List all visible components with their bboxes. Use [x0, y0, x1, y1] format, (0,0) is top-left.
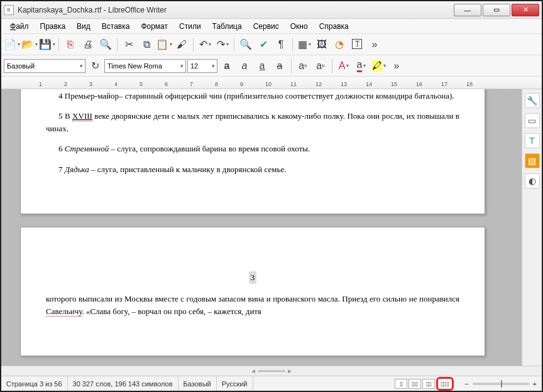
- new-button[interactable]: 📄: [4, 36, 20, 53]
- sidebar-page-icon[interactable]: ▭: [525, 113, 540, 128]
- menubar: Файл Правка Вид Вставка Формат Стили Таб…: [1, 19, 542, 34]
- sidebar-styles-icon[interactable]: T: [525, 133, 540, 148]
- status-wordcount[interactable]: 30 327 слов, 196 143 символов: [68, 376, 178, 391]
- superscript-button[interactable]: ab: [295, 58, 311, 74]
- print-preview-button[interactable]: 🔍: [97, 36, 114, 53]
- menu-insert[interactable]: Вставка: [97, 21, 135, 32]
- cut-button[interactable]: ✂: [121, 36, 137, 53]
- clear-format-button[interactable]: A: [336, 58, 352, 74]
- print-button[interactable]: 🖨: [80, 36, 96, 53]
- spellcheck-button[interactable]: ✔: [255, 36, 272, 53]
- zoom-out-button[interactable]: −: [464, 380, 468, 388]
- statusbar: Страница 3 из 56 30 327 слов, 196 143 си…: [1, 376, 542, 391]
- font-size-combo[interactable]: 12: [187, 59, 217, 73]
- subscript-button[interactable]: ab: [312, 58, 329, 74]
- clone-format-button[interactable]: 🖌: [173, 36, 190, 53]
- view-book-button[interactable]: ◫: [422, 379, 435, 389]
- status-page[interactable]: Страница 3 из 56: [1, 376, 68, 391]
- maximize-button[interactable]: ▭: [483, 4, 510, 16]
- page-content-next[interactable]: 3 которого выписали из Москвы вместе с г…: [20, 227, 485, 356]
- sidebar-properties-icon[interactable]: 🔧: [525, 93, 540, 108]
- page-scroll[interactable]: 4 Премьер-майор– старинный офицерский чи…: [1, 89, 522, 366]
- sidebar: 🔧 ▭ T ▧ ◐: [522, 89, 542, 366]
- view-single-button[interactable]: ▯: [395, 379, 407, 389]
- menu-help[interactable]: Справка: [314, 21, 354, 32]
- view-multi-button[interactable]: ▯▯: [409, 379, 421, 389]
- open-button[interactable]: 📂: [21, 36, 38, 53]
- table-button[interactable]: ▦: [296, 36, 312, 53]
- redo-button[interactable]: ↷: [214, 36, 231, 53]
- sidebar-navigator-icon[interactable]: ◐: [525, 173, 540, 188]
- status-language[interactable]: Русский: [217, 376, 253, 391]
- highlight-button[interactable]: 🖍: [371, 58, 387, 74]
- app-icon: ≡: [4, 5, 14, 15]
- export-pdf-button[interactable]: ⎘: [62, 36, 79, 53]
- undo-button[interactable]: ↶: [197, 36, 213, 53]
- image-button[interactable]: 🖼: [314, 36, 330, 53]
- menu-tools[interactable]: Сервис: [248, 21, 284, 32]
- menu-view[interactable]: Вид: [72, 21, 96, 32]
- menu-edit[interactable]: Правка: [35, 21, 71, 32]
- status-style[interactable]: Базовый: [178, 376, 217, 391]
- close-button[interactable]: ✕: [512, 4, 539, 16]
- more-format-button[interactable]: »: [388, 58, 405, 74]
- find-button[interactable]: 🔍: [238, 36, 254, 53]
- formatting-toolbar: Базовый ↻ Times New Roma 12 a a a a ab a…: [1, 55, 542, 77]
- footnote-4: 4 Премьер-майор– старинный офицерский чи…: [58, 91, 454, 101]
- paste-button[interactable]: 📋: [156, 36, 172, 53]
- horizontal-scrollbar[interactable]: ◄ ══════ ►: [1, 366, 542, 376]
- standard-toolbar: 📄 📂 💾 ⎘ 🖨 🔍 ✂ ⧉ 📋 🖌 ↶ ↷ 🔍 ✔ ¶ ▦ 🖼 ◔ 🅃 »: [1, 34, 542, 55]
- nonprinting-button[interactable]: ¶: [273, 36, 289, 53]
- menu-table[interactable]: Таблица: [207, 21, 247, 32]
- titlebar: ≡ Kapitanskaya_Dochka.rtf - LibreOffice …: [1, 1, 542, 19]
- zoom-slider[interactable]: [473, 383, 529, 385]
- view-book-highlighted-button[interactable]: ◫▯: [436, 377, 454, 391]
- textbox-button[interactable]: 🅃: [349, 36, 365, 53]
- update-style-button[interactable]: ↻: [87, 58, 103, 74]
- italic-button[interactable]: a: [236, 58, 253, 74]
- underline-button[interactable]: a: [254, 58, 270, 74]
- strike-button[interactable]: a: [272, 58, 288, 74]
- menu-format[interactable]: Формат: [136, 21, 173, 32]
- menu-window[interactable]: Окно: [285, 21, 313, 32]
- paragraph-style-combo[interactable]: Базовый: [4, 59, 85, 73]
- menu-styles[interactable]: Стили: [174, 21, 206, 32]
- zoom-in-button[interactable]: +: [533, 380, 537, 388]
- window-title: Kapitanskaya_Dochka.rtf - LibreOffice Wr…: [18, 6, 454, 14]
- minimize-button[interactable]: —: [454, 4, 481, 16]
- menu-file[interactable]: Файл: [5, 21, 34, 32]
- save-button[interactable]: 💾: [39, 36, 55, 53]
- chart-button[interactable]: ◔: [331, 36, 348, 53]
- bold-button[interactable]: a: [219, 58, 235, 74]
- sidebar-gallery-icon[interactable]: ▧: [525, 153, 540, 168]
- document-area: 4 Премьер-майор– старинный офицерский чи…: [1, 89, 542, 366]
- horizontal-ruler[interactable]: 12 34 56 78 910 1112 1314 1516 1718: [1, 77, 542, 89]
- more-button[interactable]: »: [366, 36, 383, 53]
- font-name-combo[interactable]: Times New Roma: [104, 59, 186, 73]
- font-color-button[interactable]: a: [353, 58, 370, 74]
- page-content[interactable]: 4 Премьер-майор– старинный офицерский чи…: [20, 89, 485, 214]
- copy-button[interactable]: ⧉: [138, 36, 155, 53]
- page-number: 3: [249, 271, 257, 284]
